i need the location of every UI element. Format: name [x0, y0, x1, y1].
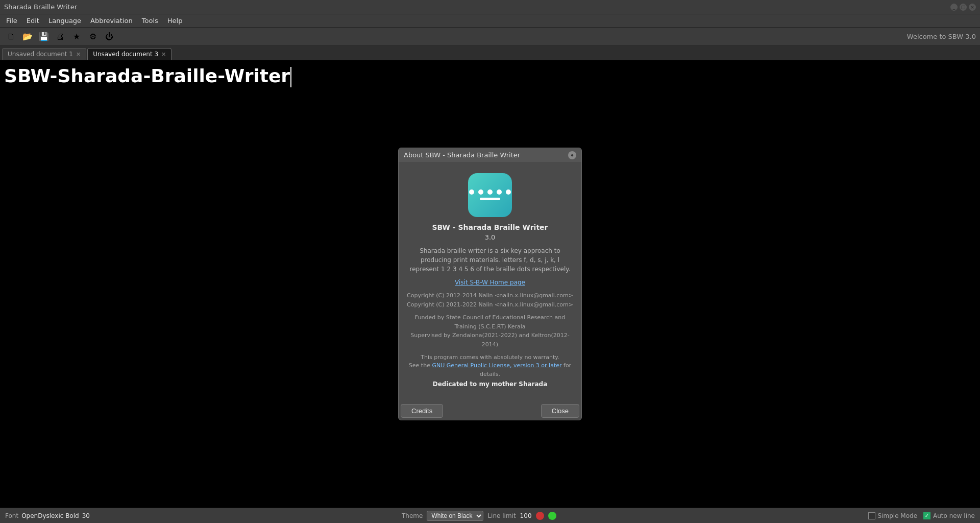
print-button[interactable]: 🖨	[53, 30, 67, 44]
editor-content[interactable]: SBW-Sharada-Braille-Writer	[0, 60, 980, 92]
braille-dot-4	[497, 189, 502, 195]
status-options-section: Simple Mode ✓ Auto new line	[868, 512, 975, 519]
menu-tools[interactable]: Tools	[138, 16, 162, 26]
license-prefix: See the	[409, 362, 432, 369]
supervised-line: Supervised by Zendalona(2021-2022) and K…	[410, 332, 570, 348]
braille-dot-3	[487, 189, 493, 195]
braille-dot-1	[469, 189, 474, 195]
bookmark-button[interactable]: ★	[69, 30, 84, 44]
line-limit-value: 100	[520, 512, 532, 519]
toolbar: 🗋 📂 💾 🖨 ★ ⚙ ⏻ Welcome to SBW-3.0	[0, 28, 980, 46]
warranty-text: This program comes with absolutely no wa…	[421, 354, 559, 361]
app-dedication: Dedicated to my mother Sharada	[407, 381, 573, 388]
dialog-titlebar: About SBW - Sharada Braille Writer ●	[399, 148, 581, 163]
close-window-button[interactable]: ×	[969, 4, 976, 11]
tab-close-3[interactable]: ✕	[161, 51, 166, 58]
simple-mode-label: Simple Mode	[878, 512, 917, 519]
font-value: OpenDyslexic Bold	[21, 512, 79, 519]
menu-help[interactable]: Help	[163, 16, 187, 26]
power-button[interactable]: ⏻	[102, 30, 116, 44]
line-limit-label: Line limit	[487, 512, 516, 519]
welcome-message: Welcome to SBW-3.0	[907, 33, 976, 40]
menu-language[interactable]: Language	[44, 16, 85, 26]
tab-label-3: Unsaved document 3	[93, 51, 158, 58]
menu-file[interactable]: File	[2, 16, 21, 26]
text-cursor	[290, 67, 291, 87]
auto-newline-checkbox-area: ✓ Auto new line	[923, 512, 975, 519]
app-copyright: Copyright (C) 2012-2014 Nalin <nalin.x.l…	[407, 291, 573, 309]
title-bar: Sharada Braille Writer _ □ ×	[0, 0, 980, 14]
window-title: Sharada Braille Writer	[4, 3, 77, 11]
simple-mode-checkbox-area: Simple Mode	[868, 512, 917, 519]
app-version: 3.0	[407, 233, 573, 241]
app-icon-container	[407, 173, 573, 217]
font-label: Font	[5, 512, 18, 519]
status-font-section: Font OpenDyslexic Bold 30	[5, 512, 90, 519]
tab-document-1[interactable]: Unsaved document 1 ✕	[2, 48, 86, 60]
tab-close-1[interactable]: ✕	[76, 51, 81, 58]
simple-mode-checkbox[interactable]	[868, 512, 875, 519]
font-size-value: 30	[82, 512, 90, 519]
dialog-close-icon-button[interactable]: ●	[568, 151, 576, 159]
menu-abbreviation[interactable]: Abbreviation	[86, 16, 137, 26]
copyright-line-1: Copyright (C) 2012-2014 Nalin <nalin.x.l…	[407, 292, 573, 299]
homepage-link[interactable]: Visit S-B-W Home page	[407, 279, 573, 286]
tab-label-1: Unsaved document 1	[8, 51, 73, 58]
braille-dot-2	[478, 189, 483, 195]
minimize-button[interactable]: _	[950, 4, 958, 11]
auto-newline-checkbox[interactable]: ✓	[923, 512, 930, 519]
window-controls: _ □ ×	[950, 4, 976, 11]
menu-edit[interactable]: Edit	[22, 16, 43, 26]
settings-button[interactable]: ⚙	[86, 30, 100, 44]
tab-document-3[interactable]: Unsaved document 3 ✕	[87, 48, 172, 60]
toolbar-buttons: 🗋 📂 💾 🖨 ★ ⚙ ⏻	[4, 30, 116, 44]
theme-select[interactable]: White on Black Black on White	[427, 511, 483, 521]
decrease-line-limit-button[interactable]	[536, 512, 544, 520]
braille-line	[480, 198, 500, 200]
new-file-button[interactable]: 🗋	[4, 30, 18, 44]
tab-bar: Unsaved document 1 ✕ Unsaved document 3 …	[0, 46, 980, 60]
editor-text-content: SBW-Sharada-Braille-Writer	[4, 65, 290, 86]
app-title: SBW - Sharada Braille Writer	[407, 223, 573, 231]
dialog-buttons: Credits Close	[399, 404, 581, 420]
app-description: Sharada braille writer is a six key appr…	[407, 246, 573, 274]
funding-line: Funded by State Council of Educational R…	[415, 314, 565, 330]
status-theme-section: Theme White on Black Black on White Line…	[98, 511, 860, 521]
dialog-title: About SBW - Sharada Braille Writer	[404, 151, 520, 159]
close-button[interactable]: Close	[541, 404, 579, 418]
app-funding: Funded by State Council of Educational R…	[407, 313, 573, 349]
auto-newline-label: Auto new line	[933, 512, 975, 519]
about-dialog: About SBW - Sharada Braille Writer ● SBW…	[398, 148, 582, 420]
copyright-line-2: Copyright (C) 2021-2022 Nalin <nalin.x.l…	[407, 301, 573, 308]
open-file-button[interactable]: 📂	[20, 30, 35, 44]
app-icon	[468, 173, 512, 217]
theme-label: Theme	[402, 512, 423, 519]
save-file-button[interactable]: 💾	[37, 30, 51, 44]
braille-dots-top	[469, 189, 511, 195]
increase-line-limit-button[interactable]	[548, 512, 556, 520]
license-link[interactable]: GNU General Public License, version 3 or…	[432, 362, 561, 369]
braille-dot-5	[506, 189, 511, 195]
app-warranty: This program comes with absolutely no wa…	[407, 353, 573, 379]
credits-button[interactable]: Credits	[401, 404, 443, 418]
maximize-button[interactable]: □	[960, 4, 967, 11]
dialog-body: SBW - Sharada Braille Writer 3.0 Sharada…	[399, 163, 581, 404]
menu-bar: File Edit Language Abbreviation Tools He…	[0, 14, 980, 28]
status-bar: Font OpenDyslexic Bold 30 Theme White on…	[0, 508, 980, 523]
